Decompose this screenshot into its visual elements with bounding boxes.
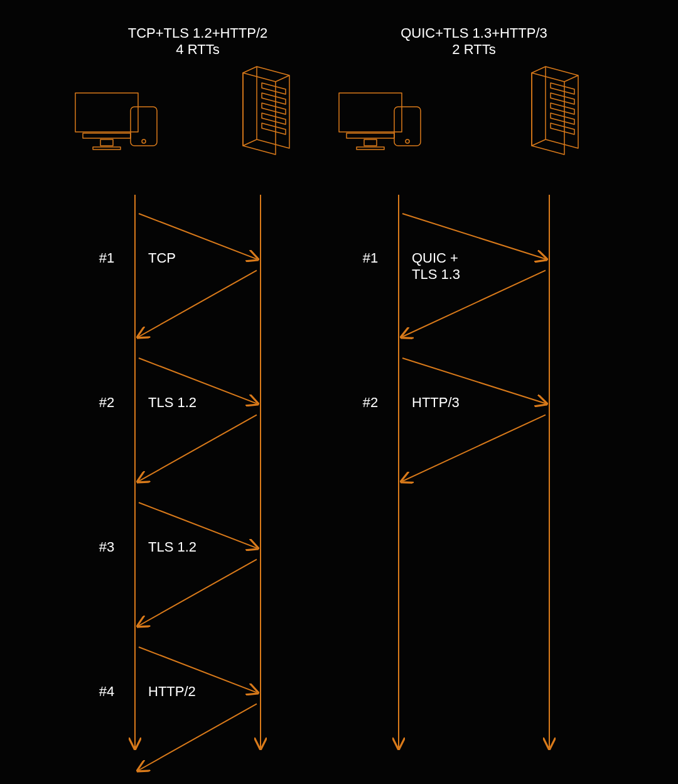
left-rtt-2-label: TLS 1.2 xyxy=(148,539,196,555)
right-rtt-0-label: QUIC +TLS 1.3 xyxy=(412,250,460,282)
left-rtt-3-index: #4 xyxy=(99,683,114,699)
right-rtt-1-response-arrow xyxy=(402,415,546,481)
left-rtt-0-response-arrow xyxy=(139,270,257,337)
left-rtt-3-response-arrow xyxy=(139,704,257,770)
right-rtt-1-label: HTTP/3 xyxy=(412,395,460,410)
client-devices-icon xyxy=(339,93,421,150)
right-rtt-1-index: #2 xyxy=(363,395,378,410)
left-rtt-0-label: TCP xyxy=(148,250,176,266)
left-rtt-1-response-arrow xyxy=(139,415,257,481)
left-rtt-1-index: #2 xyxy=(99,395,114,410)
left-rtt-1-label: TLS 1.2 xyxy=(148,395,196,410)
left-rtt-2-response-arrow xyxy=(139,559,257,626)
right-header-line1: QUIC+TLS 1.3+HTTP/3 xyxy=(401,25,547,41)
left-header-line2: 4 RTTs xyxy=(176,41,219,57)
left-header-line1: TCP+TLS 1.2+HTTP/2 xyxy=(128,25,268,41)
left-rtt-0-index: #1 xyxy=(99,250,114,266)
left-rtt-3-label: HTTP/2 xyxy=(148,683,196,699)
right-rtt-0-index: #1 xyxy=(363,250,378,266)
client-devices-icon xyxy=(75,93,157,150)
server-rack-icon xyxy=(243,67,289,155)
right-header-line2: 2 RTTs xyxy=(452,41,495,57)
left-rtt-2-index: #3 xyxy=(99,539,114,555)
server-rack-icon xyxy=(532,67,578,155)
